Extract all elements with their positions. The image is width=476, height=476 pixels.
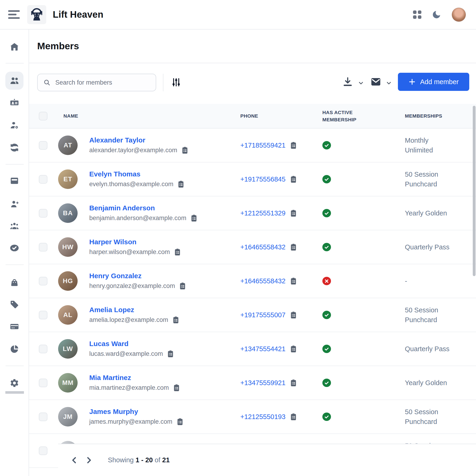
- sidebar-item-shop[interactable]: [10, 277, 19, 287]
- user-avatar[interactable]: [452, 7, 466, 22]
- sidebar-item-billing[interactable]: [10, 322, 19, 331]
- download-options-chevron-icon[interactable]: [358, 80, 364, 86]
- avatar: AT: [58, 136, 78, 155]
- sidebar-item-calendar[interactable]: [10, 176, 19, 186]
- member-email: alexander.taylor@example.com: [89, 147, 177, 154]
- menu-toggle-icon[interactable]: [8, 8, 21, 21]
- phone-cell: +12125550193: [240, 413, 322, 421]
- copy-email-clipboard-icon[interactable]: [176, 418, 184, 426]
- phone-cell: +16465558432: [240, 277, 322, 285]
- sidebar-item-sync[interactable]: [10, 143, 19, 153]
- member-phone-link[interactable]: +19175556845: [240, 175, 285, 183]
- sidebar-item-home[interactable]: [10, 42, 19, 52]
- add-member-label: Add member: [420, 78, 459, 86]
- member-name-link[interactable]: Evelyn Thomas: [89, 170, 185, 178]
- sync-icon: [10, 143, 19, 153]
- phone-cell: +17185559421: [240, 141, 322, 150]
- dark-mode-moon-icon[interactable]: [432, 10, 441, 19]
- copy-phone-clipboard-icon[interactable]: [289, 345, 298, 353]
- copy-email-clipboard-icon[interactable]: [178, 282, 187, 290]
- search-box: [37, 74, 156, 91]
- pagination-bar: Showing 1 - 20 of 21: [58, 444, 476, 476]
- copy-email-clipboard-icon[interactable]: [181, 146, 189, 154]
- copy-phone-clipboard-icon[interactable]: [289, 175, 298, 183]
- copy-email-clipboard-icon[interactable]: [172, 316, 180, 324]
- copy-email-clipboard-icon[interactable]: [166, 350, 174, 358]
- check-icon: [324, 414, 329, 419]
- select-all-checkbox[interactable]: [39, 112, 47, 120]
- member-phone-link[interactable]: +13475554421: [240, 345, 285, 353]
- member-phone-link[interactable]: +16465558432: [240, 243, 285, 251]
- row-checkbox[interactable]: [39, 345, 47, 353]
- apps-grid-icon[interactable]: [413, 10, 421, 19]
- sidebar-item-user-settings[interactable]: [10, 120, 19, 130]
- row-checkbox[interactable]: [39, 141, 47, 150]
- active-status-badge: [322, 141, 331, 150]
- member-name-link[interactable]: Benjamin Anderson: [89, 204, 198, 212]
- row-checkbox[interactable]: [39, 446, 47, 455]
- showing-label: Showing: [108, 456, 134, 464]
- sidebar-item-checkins[interactable]: [10, 243, 19, 253]
- copy-phone-clipboard-icon[interactable]: [289, 243, 298, 251]
- row-checkbox[interactable]: [39, 243, 47, 252]
- sidebar-item-settings[interactable]: [10, 378, 19, 388]
- weightlifter-logo-icon: [29, 7, 44, 22]
- sidebar-item-groups[interactable]: [10, 221, 19, 231]
- tag-icon: [10, 300, 19, 309]
- member-name-link[interactable]: Lucas Ward: [89, 340, 174, 348]
- vertical-scrollbar-thumb[interactable]: [473, 106, 476, 276]
- copy-phone-clipboard-icon[interactable]: [289, 311, 298, 319]
- sidebar-item-members[interactable]: [5, 72, 23, 90]
- active-status-badge: [322, 345, 331, 353]
- add-member-button[interactable]: Add member: [398, 73, 469, 91]
- member-name-link[interactable]: Harper Wilson: [89, 238, 182, 246]
- download-icon[interactable]: [342, 76, 353, 87]
- next-page-icon[interactable]: [84, 456, 93, 465]
- member-phone-link[interactable]: +13475559921: [240, 379, 285, 387]
- search-input[interactable]: [55, 79, 150, 86]
- member-name-link[interactable]: Amelia Lopez: [89, 306, 180, 314]
- row-checkbox[interactable]: [39, 412, 47, 421]
- filter-icon[interactable]: [171, 77, 182, 88]
- copy-phone-clipboard-icon[interactable]: [289, 277, 298, 285]
- member-phone-link[interactable]: +17185559421: [240, 142, 285, 149]
- credit-card-icon: [10, 322, 19, 331]
- sidebar-divider: [6, 164, 24, 165]
- sidebar-item-reports[interactable]: [10, 344, 19, 354]
- gear-icon: [10, 378, 19, 388]
- member-name-link[interactable]: Alexander Taylor: [89, 136, 189, 144]
- copy-email-clipboard-icon[interactable]: [172, 384, 181, 392]
- member-phone-link[interactable]: +19175555007: [240, 311, 285, 319]
- sidebar-item-id-card[interactable]: [10, 98, 19, 107]
- member-name-link[interactable]: Henry Gonzalez: [89, 272, 187, 280]
- row-checkbox[interactable]: [39, 209, 47, 218]
- member-name-link[interactable]: James Murphy: [89, 408, 184, 416]
- sidebar-item-tags[interactable]: [10, 300, 19, 309]
- pagination-status: Showing 1 - 20 of 21: [108, 456, 170, 464]
- row-checkbox[interactable]: [39, 379, 47, 387]
- table-row: JM James Murphy james.murphy@example.com…: [29, 400, 476, 434]
- row-checkbox[interactable]: [39, 175, 47, 184]
- copy-phone-clipboard-icon[interactable]: [289, 141, 298, 150]
- member-phone-link[interactable]: +16465558432: [240, 277, 285, 285]
- sidebar-item-add-user[interactable]: [10, 199, 19, 209]
- avatar: LW: [58, 339, 78, 359]
- copy-phone-clipboard-icon[interactable]: [289, 379, 298, 387]
- row-checkbox[interactable]: [39, 311, 47, 319]
- user-group-icon: [10, 221, 19, 231]
- copy-email-clipboard-icon[interactable]: [173, 248, 182, 256]
- member-phone-link[interactable]: +12125551329: [240, 209, 285, 217]
- email-options-chevron-icon[interactable]: [386, 80, 392, 86]
- table-row: ET Evelyn Thomas evelyn.thomas@example.c…: [29, 162, 476, 196]
- email-icon[interactable]: [370, 76, 381, 87]
- copy-phone-clipboard-icon[interactable]: [289, 413, 298, 421]
- copy-email-clipboard-icon[interactable]: [177, 180, 185, 188]
- check-icon: [324, 245, 329, 250]
- row-checkbox[interactable]: [39, 277, 47, 285]
- copy-phone-clipboard-icon[interactable]: [289, 209, 298, 217]
- previous-page-icon[interactable]: [70, 456, 79, 465]
- member-email: james.murphy@example.com: [89, 418, 172, 425]
- copy-email-clipboard-icon[interactable]: [190, 214, 198, 222]
- member-name-link[interactable]: Mia Martinez: [89, 374, 181, 382]
- member-phone-link[interactable]: +12125550193: [240, 413, 285, 421]
